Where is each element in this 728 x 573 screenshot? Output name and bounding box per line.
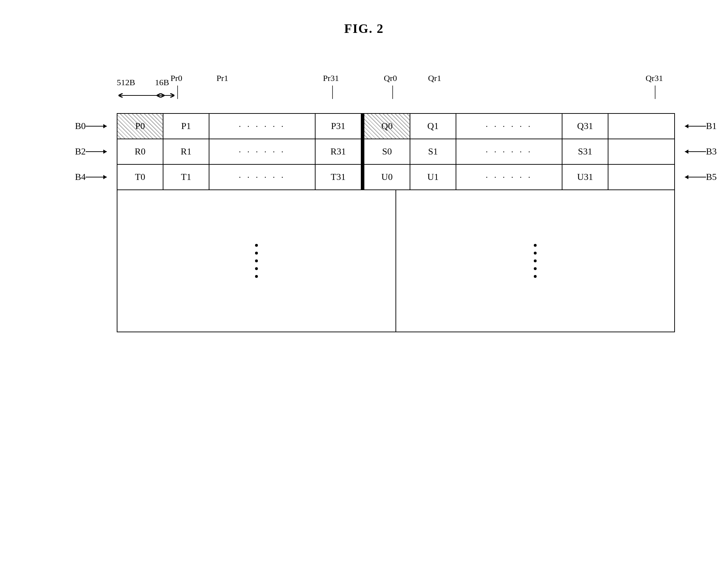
cell-r-dots: · · · · · · — [209, 139, 316, 164]
label-pr1: Pr1 — [216, 74, 228, 83]
cell-r31: R31 — [316, 139, 362, 164]
cell-q0: Q0 — [364, 114, 410, 139]
cell-s0: S0 — [364, 139, 410, 164]
label-qr31: Qr31 — [646, 74, 663, 83]
label-qr1: Qr1 — [428, 74, 441, 83]
vertical-dots-left — [255, 244, 258, 278]
annotations-row: 512B 16B Pr0 Pr1 Pr31 — [117, 71, 675, 113]
table-row: B4 T0 T1 · · · · · · T31 U0 U1 · · · · ·… — [117, 165, 674, 190]
bottom-continuation — [117, 190, 674, 332]
label-b4: B4 — [75, 172, 109, 182]
cell-r1: R1 — [163, 139, 209, 164]
cell-divider-2 — [362, 139, 364, 164]
cell-divider-3 — [362, 165, 364, 189]
cell-t0: T0 — [117, 165, 163, 189]
vdot — [534, 259, 537, 262]
label-b3: B3 — [683, 146, 717, 157]
vdot — [255, 244, 258, 247]
main-grid: B0 P0 P1 · · · · · · P31 Q0 Q1 · · · · ·… — [117, 113, 675, 332]
label-b0: B0 — [75, 121, 109, 131]
bottom-left-dots — [117, 190, 396, 332]
arrow-16b-annotation — [155, 90, 176, 102]
vdot — [255, 267, 258, 270]
vdot — [534, 275, 537, 278]
cell-p-dots: · · · · · · — [209, 114, 316, 139]
page-title: FIG. 2 — [0, 0, 728, 36]
table-row: B0 P0 P1 · · · · · · P31 Q0 Q1 · · · · ·… — [117, 114, 674, 139]
vertical-dots-right — [534, 244, 537, 278]
vdot — [255, 259, 258, 262]
label-qr0: Qr0 — [384, 74, 397, 83]
cell-u0: U0 — [364, 165, 410, 189]
bottom-half-inner — [117, 190, 674, 332]
pointer-qr31 — [652, 86, 659, 99]
vdot — [534, 244, 537, 247]
pointer-qr0 — [389, 86, 396, 99]
vdot — [534, 267, 537, 270]
label-b1: B1 — [683, 121, 717, 131]
cell-s31: S31 — [562, 139, 608, 164]
cell-p1: P1 — [163, 114, 209, 139]
cell-q-dots: · · · · · · — [456, 114, 562, 139]
cell-q1: Q1 — [410, 114, 456, 139]
grid-outer: B0 P0 P1 · · · · · · P31 Q0 Q1 · · · · ·… — [117, 113, 675, 332]
label-b5: B5 — [683, 172, 717, 182]
cell-q31: Q31 — [562, 114, 608, 139]
cell-u1: U1 — [410, 165, 456, 189]
cell-u31: U31 — [562, 165, 608, 189]
cell-divider-1 — [362, 114, 364, 139]
vdot — [534, 252, 537, 255]
cell-r0: R0 — [117, 139, 163, 164]
bottom-right-dots — [396, 190, 674, 332]
label-16b: 16B — [155, 78, 169, 87]
vdot — [255, 275, 258, 278]
cell-t31: T31 — [316, 165, 362, 189]
cell-t1: T1 — [163, 165, 209, 189]
diagram: 512B 16B Pr0 Pr1 Pr31 — [53, 71, 675, 332]
cell-s1: S1 — [410, 139, 456, 164]
label-512b: 512B — [117, 78, 135, 87]
label-pr0: Pr0 — [171, 74, 182, 83]
table-row: B2 R0 R1 · · · · · · R31 S0 S1 · · · · ·… — [117, 139, 674, 165]
pointer-pr31 — [329, 86, 336, 99]
label-pr31: Pr31 — [323, 74, 339, 83]
pointer-pr0 — [174, 86, 181, 99]
cell-p0: P0 — [117, 114, 163, 139]
vdot — [255, 252, 258, 255]
cell-s-dots: · · · · · · — [456, 139, 562, 164]
cell-p31: P31 — [316, 114, 362, 139]
cell-u-dots: · · · · · · — [456, 165, 562, 189]
label-b2: B2 — [75, 146, 109, 157]
cell-t-dots: · · · · · · — [209, 165, 316, 189]
